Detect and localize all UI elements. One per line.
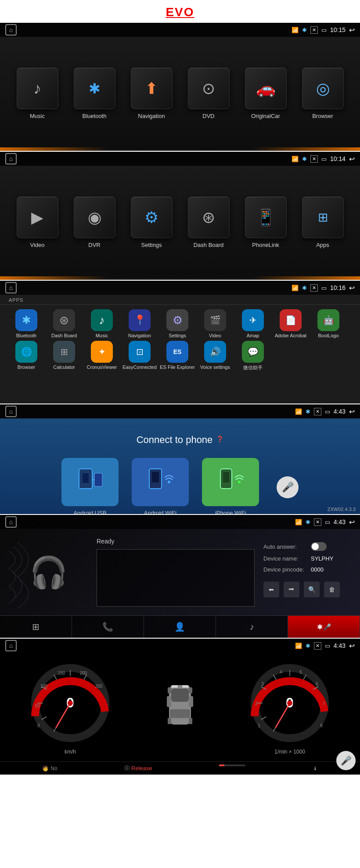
app-dvd[interactable]: ⊙ DVD xyxy=(184,68,233,119)
wifi-icon-6: 📶 xyxy=(295,643,302,649)
android-wifi-option[interactable]: Android WiFi xyxy=(132,458,189,514)
temp-icon: 🌡 xyxy=(313,765,318,772)
tachometer: 1 2 3 4 5 6 7 8 0 1/min × 1000 xyxy=(246,659,334,755)
seatbelt-info: 🧑 No xyxy=(42,764,57,772)
apps-voicesettings-icon: 🔊 xyxy=(204,341,226,363)
apps-acrobat-icon: 📄 xyxy=(280,309,302,331)
voice-fab-6[interactable]: 🎤 xyxy=(336,751,356,770)
voice-button-4[interactable]: 🎤 xyxy=(277,476,299,498)
apps-item-wechat[interactable]: 💬 微信助手 xyxy=(235,341,270,371)
app-grid-1: ♪ Music ✱ Bluetooth ⬆ Navigation ⊙ DVD 🚗… xyxy=(0,37,360,151)
app-apps-icon: ⊞ xyxy=(302,196,344,238)
x-box-icon-5: ✕ xyxy=(314,518,321,526)
release-info: ⓪ Release xyxy=(124,764,152,772)
apps-item-browser[interactable]: 🌐 Browser xyxy=(9,341,44,371)
app-video[interactable]: ▶ Video xyxy=(13,196,61,248)
bt-device-list[interactable] xyxy=(97,549,255,607)
apps-item-bluetooth[interactable]: ✱ Bluetooth xyxy=(9,309,44,338)
svg-point-55 xyxy=(287,700,292,706)
apps-bluetooth-icon: ✱ xyxy=(15,309,37,331)
apps-item-cronusviewer[interactable]: ✦ CronusViewer xyxy=(84,341,119,371)
temp-info: 🌡 xyxy=(313,764,318,772)
bt-action-buttons: ⬅ ⮕ 🔍 🗑 xyxy=(263,582,351,597)
app-dvr-label: DVR xyxy=(88,242,100,248)
svg-text:150: 150 xyxy=(58,671,65,675)
app-browser-icon: ◎ xyxy=(302,68,344,109)
app-video-label: Video xyxy=(30,242,44,248)
home-button-1[interactable]: ⌂ xyxy=(5,24,17,36)
iphone-wifi-option[interactable]: iPhone WiFi xyxy=(202,458,259,514)
apps-item-esfile[interactable]: ES ES File Explorer xyxy=(160,341,195,371)
bt-nav-grid[interactable]: ⊞ xyxy=(0,616,72,638)
apps-item-voicesettings[interactable]: 🔊 Voice settings xyxy=(198,341,233,371)
svg-text:200: 200 xyxy=(80,671,87,675)
bt-nav-contact[interactable]: 👤 xyxy=(144,616,216,638)
bt-ready-status: Ready xyxy=(97,538,255,545)
app-bluetooth[interactable]: ✱ Bluetooth xyxy=(70,68,119,119)
apps-item-settings[interactable]: ⚙ Settings xyxy=(160,309,195,338)
apps-browser-label: Browser xyxy=(18,364,35,370)
bt-nav-bluetooth-mic[interactable]: ✱ 🎤 xyxy=(288,616,360,638)
apps-item-acrobat[interactable]: 📄 Adobe Acrobat xyxy=(273,309,308,338)
bt-action-send[interactable]: ⬅ xyxy=(263,582,279,597)
back-icon-6[interactable]: ↩ xyxy=(349,642,355,650)
apps-item-navigation[interactable]: 📍 Navigation xyxy=(122,309,157,338)
apps-item-video[interactable]: 🎬 Video xyxy=(198,309,233,338)
svg-rect-32 xyxy=(189,687,192,693)
home-button-4[interactable]: ⌂ xyxy=(5,406,17,417)
help-icon[interactable]: ❓ xyxy=(216,436,223,443)
apps-easyconnected-label: EasyConnected xyxy=(122,364,157,370)
apps-item-dashboard[interactable]: ⊛ Dash Board xyxy=(47,309,82,338)
app-dashboard[interactable]: ⊛ Dash Board xyxy=(184,196,233,248)
app-phonelink-label: PhoneLink xyxy=(252,242,279,248)
android-usb-option[interactable]: Android USB xyxy=(61,458,119,514)
home-button-2[interactable]: ⌂ xyxy=(5,153,17,164)
back-icon-1[interactable]: ↩ xyxy=(349,26,355,34)
apps-item-amap[interactable]: ✈ Amap xyxy=(235,309,270,338)
app-settings-label: Settings xyxy=(141,242,162,248)
svg-line-54 xyxy=(276,703,290,728)
app-browser[interactable]: ◎ Browser xyxy=(299,68,347,119)
car-screen-3: ⌂ 📶 ✱ ✕ ▭ 10:16 ↩ APPS ✱ Bluetooth ⊛ Das… xyxy=(0,281,360,404)
x-box-icon-2: ✕ xyxy=(310,155,318,163)
bt-nav-call[interactable]: 📞 xyxy=(72,616,144,638)
app-originalcar[interactable]: 🚗 OriginalCar xyxy=(241,68,290,119)
app-originalcar-label: OriginalCar xyxy=(251,113,280,119)
home-button-6[interactable]: ⌂ xyxy=(5,640,17,651)
auto-answer-toggle[interactable] xyxy=(311,542,327,551)
svg-text:2: 2 xyxy=(255,701,258,706)
rpm-unit: 1/min × 1000 xyxy=(274,749,305,755)
app-phonelink[interactable]: 📱 PhoneLink xyxy=(241,196,290,248)
app-navigation[interactable]: ⬆ Navigation xyxy=(127,68,176,119)
svg-text:4: 4 xyxy=(280,670,282,675)
bt-action-delete[interactable]: 🗑 xyxy=(324,582,340,597)
app-header: EVO xyxy=(0,0,360,23)
apps-item-music[interactable]: ♪ Music xyxy=(84,309,119,338)
bt-nav-music[interactable]: ♪ xyxy=(216,616,288,638)
app-music[interactable]: ♪ Music xyxy=(13,68,61,119)
home-button-3[interactable]: ⌂ xyxy=(5,282,17,293)
android-usb-icon xyxy=(61,458,119,506)
app-settings[interactable]: ⚙ Settings xyxy=(127,196,176,248)
app-apps[interactable]: ⊞ Apps xyxy=(299,196,347,248)
svg-text:0: 0 xyxy=(37,723,40,728)
apps-item-bootlogo[interactable]: 🤖 BootLogo xyxy=(311,309,346,338)
status-bar-3: ⌂ 📶 ✱ ✕ ▭ 10:16 ↩ xyxy=(0,281,360,295)
apps-cronusviewer-icon: ✦ xyxy=(91,341,113,363)
back-icon-5[interactable]: ↩ xyxy=(349,518,355,526)
back-icon-2[interactable]: ↩ xyxy=(349,155,355,163)
app-dashboard-icon: ⊛ xyxy=(188,196,230,238)
back-icon-4[interactable]: ↩ xyxy=(349,407,355,416)
car-screen-2: ⌂ 📶 ✱ ✕ ▭ 10:14 ↩ ▶ Video ◉ DVR ⚙ Set xyxy=(0,152,360,280)
bt-device-name-value: SYLPHY xyxy=(311,555,333,562)
apps-item-easyconnected[interactable]: ⊡ EasyConnected xyxy=(122,341,157,371)
apps-item-calculator[interactable]: ⊞ Calculator xyxy=(47,341,82,371)
bt-action-search[interactable]: 🔍 xyxy=(304,582,320,597)
bt-device-name-label: Device name: xyxy=(263,555,307,562)
home-button-5[interactable]: ⌂ xyxy=(5,516,17,528)
app-dvr[interactable]: ◉ DVR xyxy=(70,196,119,248)
bt-action-receive[interactable]: ⮕ xyxy=(284,582,299,597)
back-icon-3[interactable]: ↩ xyxy=(349,284,355,292)
bluetooth-icon-4: ✱ xyxy=(306,408,310,415)
wifi-icon-2: 📶 xyxy=(292,156,299,162)
